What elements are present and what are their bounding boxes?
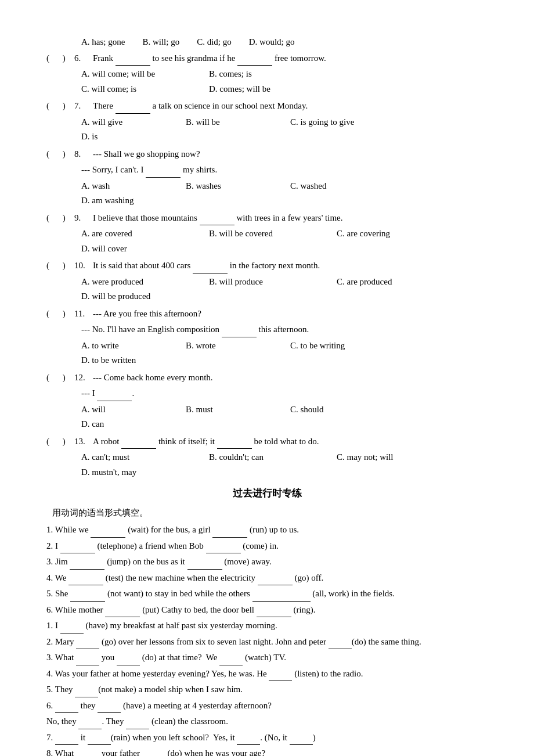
q9-opt-d: D. will cover xyxy=(81,242,209,257)
q12-paren-open: ( xyxy=(46,370,58,386)
q11-options: A. to write B. wrote C. to be writing D.… xyxy=(81,339,488,368)
q10-paren-close: ) xyxy=(60,258,72,273)
q6-paren-close: ) xyxy=(60,51,72,66)
fill-s12: 6. they (have) a meeting at 4 yesterday … xyxy=(46,699,488,714)
q11-paren-open: ( xyxy=(46,307,58,322)
fill-instruction: 用动词的适当形式填空。 xyxy=(52,506,488,521)
q13-num: 13. xyxy=(74,434,91,449)
q7-opt-d: D. is xyxy=(81,129,186,145)
q10-num: 10. xyxy=(74,258,91,273)
q10-opt-d: D. will be produced xyxy=(81,289,209,304)
q11-opt-a: A. to write xyxy=(81,339,186,354)
question-7: ( ) 7. There a talk on science in our sc… xyxy=(46,99,488,145)
fill-s13: 7. it (rain) when you left school? Yes, … xyxy=(46,730,488,746)
q9-paren-open: ( xyxy=(46,211,58,226)
fill-s12b: No, they . They (clean) the classroom. xyxy=(46,714,488,729)
q13-paren-close: ) xyxy=(60,434,72,449)
q12-opt-c: C. should xyxy=(290,402,395,417)
q7-opt-c: C. is going to give xyxy=(290,115,441,130)
question-6: ( ) 6. Frank to see his grandma if he fr… xyxy=(46,51,488,97)
q12-paren-close: ) xyxy=(60,370,72,386)
q12-subtext: --- I . xyxy=(81,386,488,401)
q6-text: Frank to see his grandma if he free tomo… xyxy=(93,51,488,66)
q6-opt-a: A. will come; will be xyxy=(81,67,209,82)
fill-s2: 2. I (telephone) a friend when Bob (come… xyxy=(46,539,488,554)
q11-opt-b: B. wrote xyxy=(186,339,290,354)
q6-paren-open: ( xyxy=(46,51,58,66)
fill-s8: 2. Mary (go) over her lessons from six t… xyxy=(46,635,488,650)
q7-opt-a: A. will give xyxy=(81,115,186,130)
q8-subtext: --- Sorry, I can't. I my shirts. xyxy=(81,163,488,178)
q11-text: --- Are you free this afternoon? xyxy=(93,307,488,322)
q8-opt-d: D. am washing xyxy=(81,193,186,208)
q13-opt-d: D. mustn't, may xyxy=(81,465,209,480)
q12-opt-a: A. will xyxy=(81,402,186,417)
prev-options-line: A. has; gone B. will; go C. did; go D. w… xyxy=(81,35,488,50)
q8-num: 8. xyxy=(74,147,91,162)
q9-opt-a: A. are covered xyxy=(81,226,209,242)
fill-s7: 1. I (have) my breakfast at half past si… xyxy=(46,618,488,633)
q7-paren-close: ) xyxy=(60,99,72,114)
fill-s14: 8. What your father (do) when he was you… xyxy=(46,746,488,756)
section-title: 过去进行时专练 xyxy=(46,485,488,502)
q6-opt-b: B. comes; is xyxy=(209,67,337,82)
q7-opt-b: B. will be xyxy=(186,115,290,130)
q11-num: 11. xyxy=(74,307,91,322)
fill-s1: 1. While we (wait) for the bus, a girl (… xyxy=(46,523,488,538)
q13-text: A robot think of itself; it be told what… xyxy=(93,434,488,449)
q6-options-2: C. will come; is D. comes; will be xyxy=(81,82,488,97)
fill-s6: 6. While mother (put) Cathy to bed, the … xyxy=(46,603,488,618)
q8-paren-close: ) xyxy=(60,147,72,162)
q13-paren-open: ( xyxy=(46,434,58,449)
q7-options: A. will give B. will be C. is going to g… xyxy=(81,115,488,145)
q13-opt-a: A. can't; must xyxy=(81,450,209,465)
q13-opt-c: C. may not; will xyxy=(337,450,464,465)
question-10: ( ) 10. It is said that about 400 cars i… xyxy=(46,258,488,304)
question-11: ( ) 11. --- Are you free this afternoon?… xyxy=(46,307,488,368)
q8-opt-a: A. wash xyxy=(81,179,186,194)
question-12: ( ) 12. --- Come back home every month. … xyxy=(46,370,488,432)
q12-options: A. will B. must C. should D. can xyxy=(81,402,488,432)
q7-text: There a talk on science in our school ne… xyxy=(93,99,488,114)
fill-s4: 4. We (test) the new machine when the el… xyxy=(46,571,488,586)
question-13: ( ) 13. A robot think of itself; it be t… xyxy=(46,434,488,480)
q11-opt-c: C. to be writing xyxy=(290,339,418,354)
q6-opt-d: D. comes; will be xyxy=(209,82,337,97)
q7-paren-open: ( xyxy=(46,99,58,114)
fill-sentences-container: 1. While we (wait) for the bus, a girl (… xyxy=(46,523,488,756)
q10-opt-a: A. were produced xyxy=(81,275,209,290)
question-8: ( ) 8. --- Shall we go shopping now? ---… xyxy=(46,147,488,208)
fill-s3: 3. Jim (jump) on the bus as it (move) aw… xyxy=(46,555,488,570)
fill-s5: 5. She (not want) to stay in bed while t… xyxy=(46,586,488,602)
q10-opt-c: C. are produced xyxy=(337,275,464,290)
q6-options: A. will come; will be B. comes; is xyxy=(81,67,488,82)
q13-options: A. can't; must B. couldn't; can C. may n… xyxy=(81,450,488,480)
q6-num: 6. xyxy=(74,51,91,66)
q8-options: A. wash B. washes C. washed D. am washin… xyxy=(81,179,488,208)
q9-opt-b: B. will be covered xyxy=(209,226,337,242)
q12-num: 12. xyxy=(74,370,91,386)
q10-options: A. were produced B. will produce C. are … xyxy=(81,275,488,304)
q8-paren-open: ( xyxy=(46,147,58,162)
q9-text: I believe that those mountains with tree… xyxy=(93,211,488,226)
fill-s11: 5. They (not make) a model ship when I s… xyxy=(46,682,488,697)
q8-opt-b: B. washes xyxy=(186,179,290,194)
q12-opt-b: B. must xyxy=(186,402,290,417)
q9-options: A. are covered B. will be covered C. are… xyxy=(81,226,488,256)
q13-opt-b: B. couldn't; can xyxy=(209,450,337,465)
q10-text: It is said that about 400 cars in the fa… xyxy=(93,258,488,273)
q11-opt-d: D. to be written xyxy=(81,353,209,368)
fill-s10: 4. Was your father at home yesterday eve… xyxy=(46,667,488,682)
q12-opt-d: D. can xyxy=(81,417,186,432)
question-9: ( ) 9. I believe that those mountains wi… xyxy=(46,211,488,257)
q8-text: --- Shall we go shopping now? xyxy=(93,147,488,162)
q11-paren-close: ) xyxy=(60,307,72,322)
q10-opt-b: B. will produce xyxy=(209,275,337,290)
page-content: A. has; gone B. will; go C. did; go D. w… xyxy=(46,35,488,756)
q11-subtext: --- No. I'll have an English composition… xyxy=(81,322,488,337)
q10-paren-open: ( xyxy=(46,258,58,273)
fill-s9: 3. What you (do) at that time? We (watch… xyxy=(46,650,488,665)
q9-opt-c: C. are covering xyxy=(337,226,464,242)
q8-opt-c: C. washed xyxy=(290,179,395,194)
q7-num: 7. xyxy=(74,99,91,114)
